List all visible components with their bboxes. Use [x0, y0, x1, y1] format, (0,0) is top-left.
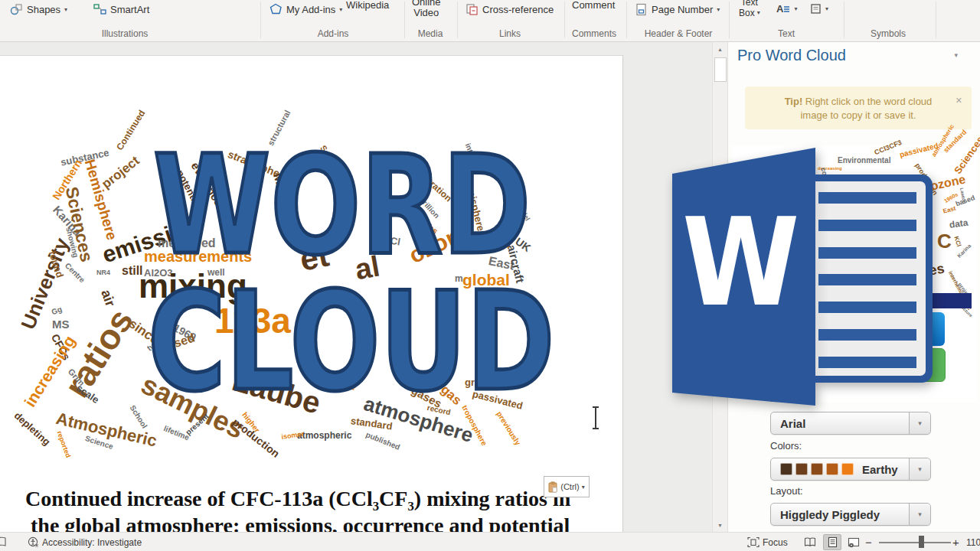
ribbon: Shapes ▾ SmartArt Illustrations My Add-i… [0, 0, 980, 42]
pane-title: Pro Word Cloud [737, 47, 846, 64]
chevron-down-icon: ▾ [909, 458, 930, 480]
document-heading-line1: Continued increase of CFC-113a (CCl₃CF₃)… [25, 487, 570, 511]
text-box-label-1: Text [741, 0, 758, 8]
accessibility-status[interactable]: Accessibility: Investigate [28, 533, 142, 551]
color-swatch [841, 463, 854, 475]
accessibility-icon [28, 536, 39, 548]
cloud-word: Continued [115, 109, 147, 152]
focus-label: Focus [763, 537, 788, 548]
ribbon-separator [626, 2, 627, 38]
document-canvas: substanceevidenceprojectNorthernHemisphe… [0, 42, 727, 532]
word-logo-sheet-page [803, 181, 926, 376]
pane-menu-chevron-icon[interactable]: ▾ [954, 51, 958, 59]
colors-value: Earthy [862, 463, 898, 476]
group-label-illustrations: Illustrations [102, 28, 149, 39]
color-swatch [795, 463, 808, 475]
status-bar: Accessibility: Investigate Focus − + 110 [0, 532, 980, 551]
paste-options-label: (Ctrl) [560, 482, 579, 491]
colors-label: Colors: [770, 440, 802, 452]
online-video-button[interactable]: Online Video [412, 0, 441, 18]
layout-value: Higgledy Piggledy [780, 508, 880, 521]
scroll-down-arrow[interactable]: ▼ [713, 518, 727, 532]
accessibility-label: Accessibility: Investigate [42, 537, 142, 548]
word-logo-doc-line [818, 192, 916, 204]
cloud-word: Centre [64, 262, 86, 284]
chevron-down-icon: ▾ [794, 5, 797, 12]
zoom-slider-thumb[interactable] [919, 536, 924, 548]
word-logo-doc-lines [818, 192, 916, 368]
word-application-window: Shapes ▾ SmartArt Illustrations My Add-i… [0, 0, 980, 551]
paste-options-button[interactable]: (Ctrl) ▾ [544, 476, 590, 497]
chevron-down-icon: ▾ [757, 8, 760, 18]
print-layout-icon [828, 536, 838, 548]
cloud-word: project [100, 154, 142, 191]
cloud-word: data [949, 218, 969, 230]
scroll-up-arrow[interactable]: ▲ [713, 42, 727, 56]
word-logo-doc-line [818, 247, 916, 259]
object-button[interactable]: ▾ [810, 3, 828, 15]
zoom-out-icon: − [865, 536, 872, 549]
ribbon-separator [729, 2, 730, 38]
page-number-button[interactable]: Page Number ▾ [635, 3, 720, 16]
scrollbar-thumb[interactable] [714, 57, 727, 82]
shapes-label: Shapes [27, 4, 60, 15]
my-addins-icon [270, 3, 283, 16]
my-addins-button[interactable]: My Add-ins ▾ [270, 3, 342, 16]
zoom-in-button[interactable]: + [952, 533, 959, 551]
word-logo-doc-line [818, 220, 916, 231]
text-box-label-2: Box [739, 8, 755, 18]
zoom-level[interactable]: 110 [966, 533, 980, 551]
word-logo: W [662, 144, 946, 410]
partial-proofing-icon[interactable] [0, 533, 6, 551]
colors-dropdown[interactable]: Earthy ▾ [770, 458, 931, 481]
comment-button[interactable]: Comment [572, 0, 615, 11]
clipboard-icon [548, 481, 558, 493]
read-mode-icon [804, 537, 816, 547]
chevron-down-icon: ▾ [909, 412, 930, 434]
zoom-slider-track[interactable] [879, 542, 951, 543]
shapes-button[interactable]: Shapes ▾ [10, 3, 67, 16]
quick-parts-icon: A [776, 3, 790, 15]
focus-button[interactable]: Focus [747, 533, 788, 551]
web-layout-button[interactable] [844, 534, 863, 550]
my-addins-label: My Add-ins [286, 4, 335, 15]
group-label-symbols: Symbols [871, 28, 906, 39]
chevron-down-icon: ▾ [909, 504, 930, 525]
cloud-word: KCl [952, 236, 962, 248]
read-mode-button[interactable] [801, 534, 819, 550]
cloud-word: depleting [12, 410, 52, 447]
smartart-label: SmartArt [110, 4, 149, 15]
group-label-comments: Comments [572, 28, 616, 39]
color-swatch [780, 463, 792, 475]
quick-parts-button[interactable]: A ▾ [776, 3, 797, 15]
cloud-word: NR4 [96, 269, 110, 276]
text-box-button[interactable]: Text Box ▾ [739, 0, 760, 18]
document-page[interactable]: substanceevidenceprojectNorthernHemisphe… [0, 55, 623, 533]
color-swatch [826, 463, 838, 475]
object-icon [810, 3, 822, 15]
ribbon-separator [936, 2, 936, 38]
word-logo-doc-line [818, 357, 916, 368]
color-swatch-row [780, 463, 857, 475]
print-layout-button[interactable] [823, 534, 841, 550]
tip-close-icon[interactable]: ✕ [956, 93, 962, 107]
ribbon-separator [564, 2, 565, 38]
word-logo-letter: W [682, 202, 799, 323]
group-label-header-footer: Header & Footer [645, 28, 713, 39]
chevron-down-icon: ▾ [717, 6, 720, 13]
chevron-down-icon: ▾ [64, 6, 67, 13]
cross-reference-button[interactable]: Cross-reference [466, 3, 554, 16]
chevron-down-icon: ▾ [825, 5, 828, 12]
word-logo-doc-line [818, 302, 916, 313]
cloud-word: published [364, 431, 401, 452]
zoom-out-button[interactable]: − [865, 533, 872, 551]
font-dropdown[interactable]: Arial ▾ [770, 412, 931, 435]
smartart-button[interactable]: SmartArt [93, 3, 149, 16]
page-number-label: Page Number [652, 4, 713, 15]
tip-message-box: Tip! Right click on the word cloud image… [745, 86, 972, 129]
wikipedia-button[interactable]: Wikipedia [346, 0, 389, 11]
layout-label: Layout: [770, 485, 803, 497]
overlay-title-cloud: CLOUD [148, 274, 554, 410]
cloud-word: Gg [51, 305, 63, 316]
layout-dropdown[interactable]: Higgledy Piggledy ▾ [770, 503, 931, 526]
